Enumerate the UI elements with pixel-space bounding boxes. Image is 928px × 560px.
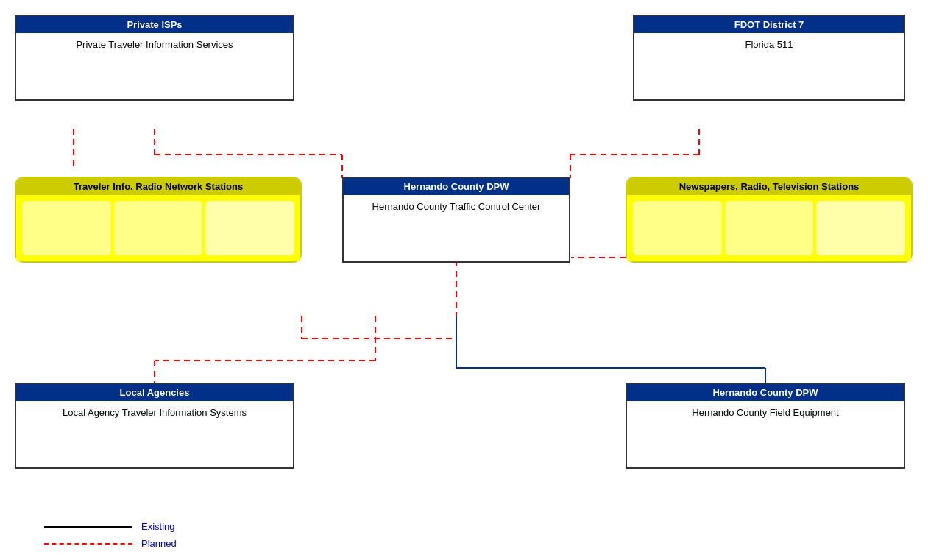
- traveler-radio-sub1: [22, 201, 111, 255]
- traveler-radio-sub3: [205, 201, 294, 255]
- traveler-radio-body: [16, 195, 300, 261]
- node-local-agencies: Local Agencies Local Agency Traveler Inf…: [15, 383, 294, 469]
- node-traveler-radio: Traveler Info. Radio Network Stations: [15, 177, 302, 263]
- fdot-body: Florida 511: [634, 33, 904, 99]
- traveler-radio-sub2: [114, 201, 203, 255]
- hernando-field-body: Hernando County Field Equipment: [627, 401, 904, 467]
- hernando-field-header: Hernando County DPW: [627, 384, 904, 401]
- node-hernando-tcc: Hernando County DPW Hernando County Traf…: [342, 177, 570, 263]
- node-newspapers: Newspapers, Radio, Television Stations: [626, 177, 913, 263]
- newspapers-sub3: [816, 201, 905, 255]
- existing-line: [44, 526, 132, 528]
- legend: Existing Planned: [44, 521, 177, 549]
- newspapers-sub2: [725, 201, 814, 255]
- fdot-header: FDOT District 7: [634, 16, 904, 33]
- newspapers-header: Newspapers, Radio, Television Stations: [627, 178, 911, 195]
- node-fdot: FDOT District 7 Florida 511: [633, 15, 905, 101]
- hernando-tcc-body: Hernando County Traffic Control Center: [344, 195, 569, 261]
- existing-label: Existing: [141, 521, 175, 532]
- node-private-isps: Private ISPs Private Traveler Informatio…: [15, 15, 294, 101]
- node-hernando-field: Hernando County DPW Hernando County Fiel…: [626, 383, 905, 469]
- private-isps-header: Private ISPs: [16, 16, 293, 33]
- planned-label: Planned: [141, 538, 177, 549]
- legend-existing: Existing: [44, 521, 177, 532]
- private-isps-body: Private Traveler Information Services: [16, 33, 293, 99]
- planned-line: [44, 543, 132, 545]
- local-agencies-body: Local Agency Traveler Information System…: [16, 401, 293, 467]
- diagram-area: Private ISPs Private Traveler Informatio…: [0, 0, 928, 515]
- local-agencies-header: Local Agencies: [16, 384, 293, 401]
- traveler-radio-header: Traveler Info. Radio Network Stations: [16, 178, 300, 195]
- legend-planned: Planned: [44, 538, 177, 549]
- hernando-tcc-header: Hernando County DPW: [344, 178, 569, 195]
- newspapers-sub1: [633, 201, 722, 255]
- newspapers-body: [627, 195, 911, 261]
